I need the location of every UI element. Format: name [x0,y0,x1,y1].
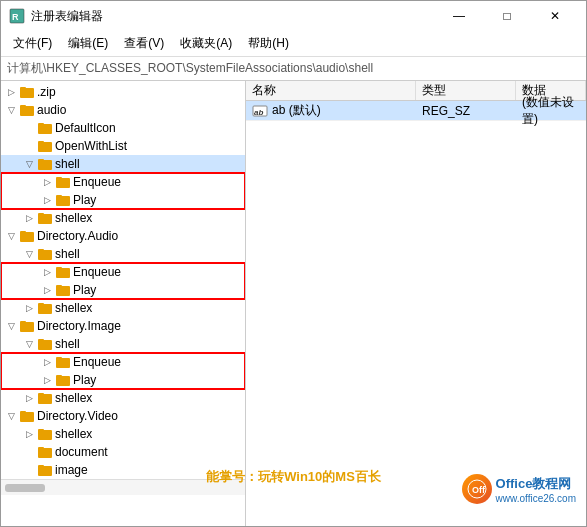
expander-defaulticon [21,119,37,137]
svg-rect-7 [38,123,44,126]
menu-file[interactable]: 文件(F) [5,33,60,54]
tree-label-defaulticon: DefaultIcon [55,121,116,135]
expander-document [21,443,37,461]
title-bar: R 注册表编辑器 — □ ✕ [1,1,586,31]
tree-label-shell-audio: shell [55,157,80,171]
folder-icon-shell-audio [37,157,53,171]
content-area: ▷ .zip ▽ audio DefaultIcon [1,81,586,526]
address-bar: 计算机\HKEY_CLASSES_ROOT\SystemFileAssociat… [1,57,586,81]
menu-favorites[interactable]: 收藏夹(A) [172,33,240,54]
svg-rect-41 [38,429,44,432]
expander-shell-audio: ▽ [21,155,37,173]
svg-rect-15 [56,195,62,198]
expander-shellex-audio: ▷ [21,209,37,227]
tree-item-openwithlist[interactable]: OpenWithList [1,137,245,155]
tree-item-dir-audio[interactable]: ▽ Directory.Audio [1,227,245,245]
tree-item-shellex-dir-audio[interactable]: ▷ shellex [1,299,245,317]
detail-row-default[interactable]: ab ab (默认) REG_SZ (数值未设置) [246,101,586,121]
folder-icon-enqueue-dir-image [55,355,71,369]
tree-item-defaulticon[interactable]: DefaultIcon [1,119,245,137]
tree-item-play-dir-image[interactable]: ▷ Play [1,371,245,389]
tree-label-enqueue-dir-image: Enqueue [73,355,121,369]
svg-rect-35 [56,375,62,378]
folder-icon-shellex-dir-image [37,391,53,405]
registry-tree: ▷ .zip ▽ audio DefaultIcon [1,81,246,526]
value-icon: ab [252,104,268,118]
svg-rect-25 [56,285,62,288]
folder-icon-play-dir-audio [55,283,71,297]
tree-item-shell-audio[interactable]: ▽ shell [1,155,245,173]
folder-icon-play-dir-image [55,373,71,387]
col-header-type[interactable]: 类型 [416,81,516,100]
tree-item-audio[interactable]: ▽ audio [1,101,245,119]
menu-view[interactable]: 查看(V) [116,33,172,54]
svg-text:R: R [12,12,19,22]
folder-icon-enqueue-audio [55,175,71,189]
tree-item-document[interactable]: document [1,443,245,461]
tree-label-audio: audio [37,103,66,117]
svg-rect-19 [20,231,26,234]
tree-label-shellex-audio: shellex [55,211,92,225]
tree-label-shellex-dir-video: shellex [55,427,92,441]
tree-item-enqueue-dir-image[interactable]: ▷ Enqueue [1,353,245,371]
tree-hscrollbar[interactable] [1,479,245,495]
tree-item-enqueue-dir-audio[interactable]: ▷ Enqueue [1,263,245,281]
tree-label-play-dir-audio: Play [73,283,96,297]
address-path: 计算机\HKEY_CLASSES_ROOT\SystemFileAssociat… [7,60,373,77]
window-title: 注册表编辑器 [31,8,103,25]
expander-audio: ▽ [3,101,19,119]
tree-item-shellex-audio[interactable]: ▷ shellex [1,209,245,227]
svg-rect-23 [56,267,62,270]
expander-dir-image: ▽ [3,317,19,335]
tree-item-play-dir-audio[interactable]: ▷ Play [1,281,245,299]
folder-icon-play-audio [55,193,71,207]
col-header-name[interactable]: 名称 [246,81,416,100]
svg-rect-31 [38,339,44,342]
tree-item-shellex-dir-image[interactable]: ▷ shellex [1,389,245,407]
expander-shell-dir-audio: ▽ [21,245,37,263]
tree-item-dir-image[interactable]: ▽ Directory.Image [1,317,245,335]
tree-label-shell-dir-image: shell [55,337,80,351]
expander-enqueue-dir-audio: ▷ [39,263,55,281]
svg-rect-27 [38,303,44,306]
tree-label-play-dir-image: Play [73,373,96,387]
tree-label-zip: .zip [37,85,56,99]
folder-icon-enqueue-dir-audio [55,265,71,279]
tree-item-enqueue-audio[interactable]: ▷ Enqueue [1,173,245,191]
expander-openwithlist [21,137,37,155]
menu-help[interactable]: 帮助(H) [240,33,297,54]
folder-icon-image [37,463,53,477]
svg-rect-45 [38,465,44,468]
folder-icon-shellex-dir-audio [37,301,53,315]
minimize-button[interactable]: — [436,1,482,31]
expander-shellex-dir-image: ▷ [21,389,37,407]
tree-item-play-audio[interactable]: ▷ Play [1,191,245,209]
menu-bar: 文件(F) 编辑(E) 查看(V) 收藏夹(A) 帮助(H) [1,31,586,57]
tree-item-dir-video[interactable]: ▽ Directory.Video [1,407,245,425]
maximize-button[interactable]: □ [484,1,530,31]
expander-enqueue-dir-image: ▷ [39,353,55,371]
office-logo-icon: Off [462,474,492,504]
tree-item-shellex-dir-video[interactable]: ▷ shellex [1,425,245,443]
cell-name-default: ab ab (默认) [246,101,416,120]
svg-rect-39 [20,411,26,414]
close-button[interactable]: ✕ [532,1,578,31]
expander-play-audio: ▷ [39,191,55,209]
tree-label-enqueue-dir-audio: Enqueue [73,265,121,279]
menu-edit[interactable]: 编辑(E) [60,33,116,54]
folder-icon-shellex-audio [37,211,53,225]
detail-pane: 名称 类型 数据 ab ab (默认) REG_SZ (数值未设置) [246,81,586,526]
svg-rect-17 [38,213,44,216]
tree-label-dir-image: Directory.Image [37,319,121,333]
expander-dir-audio: ▽ [3,227,19,245]
svg-rect-29 [20,321,26,324]
tree-item-zip[interactable]: ▷ .zip [1,83,245,101]
tree-item-shell-dir-image[interactable]: ▽ shell [1,335,245,353]
svg-rect-5 [20,105,26,108]
tree-item-shell-dir-audio[interactable]: ▽ shell [1,245,245,263]
svg-rect-43 [38,447,44,450]
tree-label-enqueue-audio: Enqueue [73,175,121,189]
folder-icon-audio [19,103,35,117]
tree-item-image[interactable]: image [1,461,245,479]
folder-icon-openwithlist [37,139,53,153]
